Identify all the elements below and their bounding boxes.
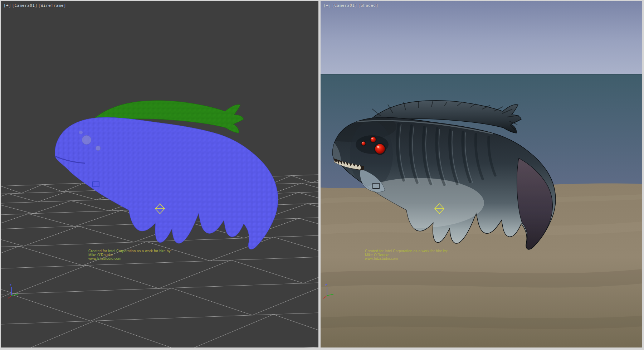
axis-x-line [8, 296, 11, 298]
scene-canvas-right[interactable]: z [321, 1, 642, 347]
viewport-wireframe[interactable]: z [+][Camera01][Wireframe] Created for I… [1, 1, 318, 347]
fish-model-wireframe[interactable] [55, 101, 278, 249]
scene-canvas-left[interactable]: z [1, 1, 318, 347]
eye-spot-tiny [79, 131, 83, 134]
application-window: z [+][Camera01][Wireframe] Created for I… [0, 0, 644, 350]
watermark-line-1: Created for Intel Corporation as a work … [365, 249, 448, 253]
viewport-menu-general[interactable]: [+] [4, 3, 11, 8]
axis-z-label: z [10, 283, 11, 287]
axis-z-label: z [325, 283, 327, 287]
watermark-line-3: www.fritzstudio.com [365, 257, 448, 261]
viewport-menu-shading[interactable]: [Wireframe] [38, 3, 66, 8]
viewport-menu-shading[interactable]: [Shaded] [358, 3, 379, 8]
watermark-text: Created for Intel Corporation as a work … [88, 249, 172, 261]
viewport-menu-pov[interactable]: [Camera01] [12, 3, 37, 8]
sky [321, 1, 642, 74]
horizon-line [321, 74, 642, 75]
viewport-shaded[interactable]: z [+][Camera01][Shaded] Created for Inte… [321, 1, 642, 347]
eye-spot-large [82, 135, 91, 145]
viewport-menu-pov[interactable]: [Camera01] [332, 3, 357, 8]
watermark-line-3: www.fritzstudio.com [88, 257, 172, 261]
viewport-label-left: [+][Camera01][Wireframe] [4, 4, 67, 8]
watermark-line-1: Created for Intel Corporation as a work … [88, 249, 172, 253]
viewport-menu-general[interactable]: [+] [323, 3, 331, 8]
eye-spot-small [96, 146, 101, 151]
viewport-label-right: [+][Camera01][Shaded] [323, 4, 379, 8]
watermark-text: Created for Intel Corporation as a work … [365, 249, 448, 261]
